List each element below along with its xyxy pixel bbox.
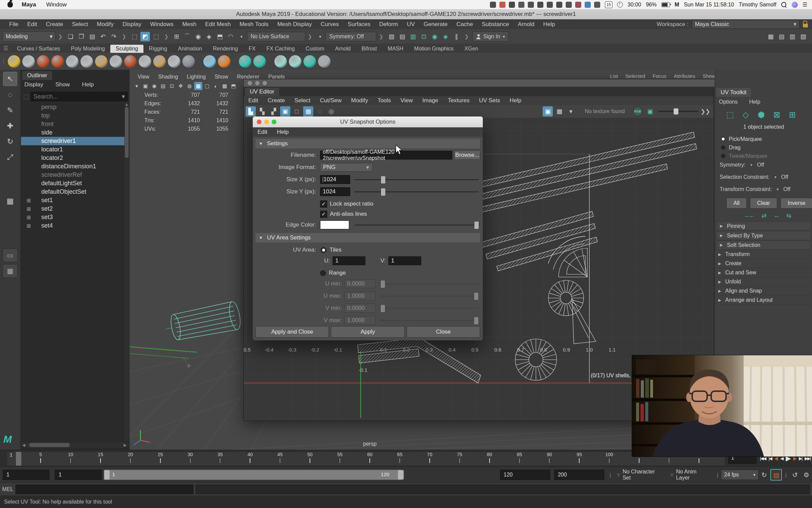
siri-icon[interactable] <box>792 2 798 8</box>
viewport-bar-icon[interactable]: ▣ <box>141 82 150 90</box>
toolbox-tool-icon[interactable]: ↖ <box>3 72 17 86</box>
component-select-icon[interactable]: ⬢ <box>755 109 767 121</box>
minimize-icon[interactable] <box>255 81 260 85</box>
menu-set-selector[interactable]: Modeling ▾ <box>3 31 55 42</box>
shelf-scroll-icon[interactable]: ⋮ <box>0 58 7 65</box>
close-icon[interactable] <box>248 81 252 85</box>
tray-app-icon[interactable] <box>594 2 600 8</box>
toolbox-tool-icon[interactable]: ⤢ <box>3 150 17 164</box>
uv-editor-menu-item[interactable]: Tools <box>373 97 396 104</box>
playback-start-field[interactable]: 1 <box>55 470 102 480</box>
shelf-tool-icon[interactable] <box>22 55 35 68</box>
shelf-tab[interactable]: Sculpting <box>110 45 143 53</box>
tray-app-icon[interactable] <box>499 2 505 8</box>
dialog-menu-item[interactable]: Help <box>272 129 293 135</box>
attribute-editor-menu-item[interactable]: Selected <box>625 73 645 79</box>
selection-mode-radio[interactable]: Tweak/Marquee <box>721 152 767 160</box>
size-x-slider[interactable] <box>354 175 479 184</box>
menu-item[interactable]: Display <box>118 21 146 28</box>
viewport-bar-icon[interactable]: ◉ <box>150 82 158 90</box>
viewport-menu-item[interactable]: Show <box>215 74 228 80</box>
viewport-bar-icon[interactable]: ▾ <box>133 82 141 90</box>
uv-toolkit-menu-item[interactable]: Help <box>749 99 760 105</box>
component-select-icon[interactable]: ⬚ <box>724 109 736 121</box>
edge-color-swatch[interactable] <box>320 220 349 229</box>
outliner-tab[interactable]: Outliner <box>22 71 52 80</box>
outliner-menu-item[interactable]: Show <box>55 81 70 88</box>
selection-constraint-dropdown[interactable]: Selection Constraint: ▾ Off <box>720 174 788 180</box>
toolbar-icon[interactable]: ↶ <box>98 32 108 41</box>
shelf-tool-icon[interactable] <box>318 55 331 68</box>
selection-button[interactable]: Clear <box>750 198 777 209</box>
m-status-icon[interactable]: M <box>675 2 679 8</box>
selection-mode-icon[interactable]: ◩ <box>140 32 150 41</box>
toolbar-icon[interactable]: ▤ <box>88 32 97 41</box>
menu-item[interactable]: Mesh Tools <box>235 21 273 28</box>
filter-icon[interactable]: ⬚ <box>22 92 30 101</box>
close-icon[interactable] <box>257 120 262 124</box>
shelf-tool-icon[interactable] <box>168 55 180 68</box>
texture-toggle-icon[interactable]: ▣ <box>543 106 553 117</box>
uv-toolbar-icon[interactable]: ▞ <box>269 106 279 117</box>
auto-key-icon[interactable]: ▤ <box>770 469 782 481</box>
uv-toolkit-tab[interactable]: UV Toolkit <box>716 88 751 97</box>
uv-editor-menu-item[interactable]: Help <box>505 97 526 104</box>
notification-center-icon[interactable]: ☰ <box>803 1 807 8</box>
range-radio[interactable] <box>320 270 326 276</box>
character-set-dropdown[interactable]: ▽ No Character Set <box>617 469 664 481</box>
minimize-icon[interactable] <box>264 120 269 124</box>
toolbox-tool-icon[interactable]: ◌ <box>3 88 17 102</box>
toolbar-overflow-icon[interactable]: ❯❯ <box>701 108 710 115</box>
size-y-slider[interactable] <box>354 187 479 196</box>
v-max-slider[interactable] <box>380 316 479 325</box>
object-mode-icon[interactable]: ▦ <box>3 194 17 208</box>
window-menu[interactable]: Window <box>46 1 67 8</box>
shelf-menu-icon[interactable]: ☰ <box>3 45 8 51</box>
viewport-menu-item[interactable]: Lighting <box>187 74 206 80</box>
sign-in-button[interactable]: Sign In ▾ <box>473 31 509 42</box>
outliner-item[interactable]: ⊞ set2 <box>21 205 125 213</box>
menu-item[interactable]: Curves <box>316 21 343 28</box>
outliner-item[interactable]: front <box>21 120 125 128</box>
snap-icon[interactable]: ⬒ <box>215 32 225 41</box>
texture-toggle-icon[interactable]: ▾ <box>566 106 576 117</box>
transform-constraint-dropdown[interactable]: Transform Constraint: ▾ Off <box>720 186 790 192</box>
shelf-tab[interactable]: FX <box>243 45 261 53</box>
apply-and-close-button[interactable]: Apply and Close <box>255 326 329 338</box>
u-max-input[interactable]: 1.0000 <box>344 292 376 300</box>
tray-app-icon[interactable] <box>518 2 524 8</box>
shelf-tool-icon[interactable] <box>182 55 195 68</box>
expand-icon[interactable]: ⊞ <box>25 223 32 229</box>
rgb-channel-icon[interactable]: RGB <box>633 107 642 116</box>
toolkit-section[interactable]: ▶ Cut and Sew <box>716 268 812 277</box>
u-input[interactable]: 1 <box>333 256 365 265</box>
viewport-bar-icon[interactable]: ⬒ <box>229 82 238 90</box>
uv-editor-menu-item[interactable]: Cut/Sew <box>315 97 346 104</box>
uv-editor-menu-item[interactable]: Image <box>418 97 443 104</box>
distribute-icon[interactable]: →← <box>743 212 754 219</box>
anti-alias-checkbox[interactable]: ✓ <box>320 211 327 218</box>
attribute-editor-menu-item[interactable]: Show <box>703 73 715 79</box>
menu-item[interactable]: Windows <box>146 21 178 28</box>
outliner-item[interactable]: ⊞ set4 <box>21 221 125 230</box>
tray-app-icon[interactable] <box>556 2 562 8</box>
shelf-tool-icon[interactable] <box>274 55 287 68</box>
uv-toolbar-icon[interactable]: □ <box>292 106 302 117</box>
viewport-menu-item[interactable]: View <box>138 74 149 80</box>
chevron-down-icon[interactable]: ▾ <box>315 32 325 41</box>
render-icon[interactable]: ◈ <box>441 32 450 41</box>
menu-item[interactable]: File <box>5 21 23 28</box>
uv-editor-menu-item[interactable]: Textures <box>443 97 474 104</box>
symmetry-field[interactable]: Symmetry: Off <box>325 32 376 41</box>
outliner-item[interactable]: side <box>21 128 125 137</box>
uv-toolbar-icon[interactable]: ▙ <box>246 106 256 117</box>
timeline-ruler[interactable]: 1 51015202530354045505560657075808590951… <box>7 451 725 466</box>
toolbar-icon[interactable]: ❏ <box>66 32 75 41</box>
calendar-icon[interactable]: 15 <box>605 1 612 8</box>
toolbar-icon[interactable]: ❐ <box>77 32 86 41</box>
live-surface-field[interactable]: No Live Surface <box>247 32 305 41</box>
outliner-item[interactable]: locator1 <box>21 145 125 154</box>
uv-toolbar-icon[interactable]: ▚ <box>257 106 267 117</box>
zoom-icon[interactable] <box>263 81 267 85</box>
outliner-search-input[interactable]: Search... ▾ <box>30 92 128 101</box>
